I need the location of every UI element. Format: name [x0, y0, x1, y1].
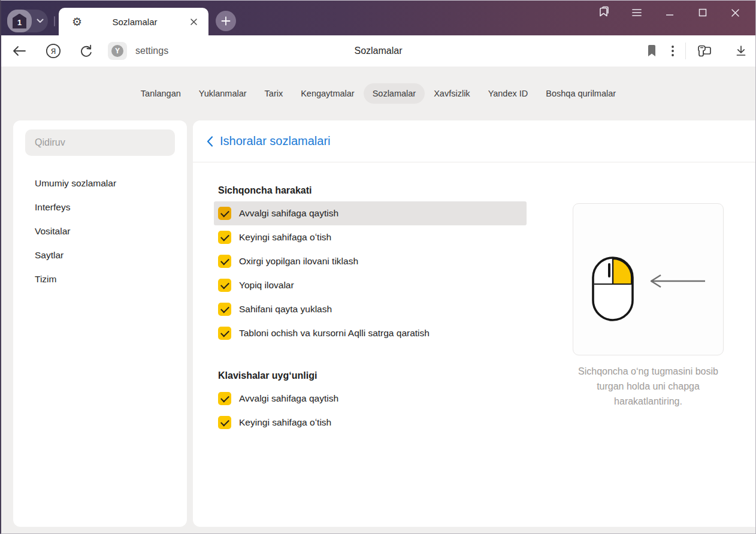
gesture-illustration-card — [573, 203, 724, 355]
checkbox-row[interactable]: Sahifani qayta yuklash — [214, 297, 527, 321]
checkbox[interactable] — [218, 392, 231, 405]
collections-tag-icon — [697, 44, 712, 58]
tab-counter-badge[interactable]: 1 — [7, 10, 32, 32]
body-row: Umumiy sozlamalarInterfeysVositalarSaytl… — [1, 120, 755, 527]
sidebar-item[interactable]: Saytlar — [25, 243, 175, 267]
plus-icon — [221, 16, 231, 26]
checkbox-label: Keyingi sahifaga oʻtish — [239, 417, 331, 428]
svg-text:Я: Я — [50, 47, 56, 56]
section-title: Sichqoncha harakati — [218, 185, 537, 196]
maximize-button[interactable] — [686, 1, 719, 25]
sidebar-item[interactable]: Interfeys — [25, 195, 175, 219]
left-arrow-icon — [649, 273, 706, 289]
mouse-gesture-icon — [585, 254, 640, 325]
checkbox-label: Keyingi sahifaga oʻtish — [239, 232, 331, 243]
settings-sections: Sichqoncha harakatiAvvalgi sahifaga qayt… — [214, 185, 537, 527]
checkbox[interactable] — [218, 255, 231, 268]
downloads-button[interactable] — [735, 45, 747, 57]
checkbox-label: Tabloni ochish va kursorni Aqlli satrga … — [239, 328, 430, 339]
minimize-button[interactable] — [653, 1, 686, 25]
back-button[interactable] — [12, 46, 26, 56]
page-actions-menu-button[interactable] — [671, 45, 675, 57]
maximize-icon — [698, 8, 707, 17]
checkbox[interactable] — [218, 279, 231, 292]
tab-counter-button[interactable]: 1 — [7, 10, 48, 32]
main-body: Sichqoncha harakatiAvvalgi sahifaga qayt… — [193, 162, 755, 527]
extensions-button[interactable] — [697, 44, 712, 58]
tabstrip-divider — [54, 16, 55, 26]
tab-close-button[interactable] — [188, 16, 200, 28]
bookmark-button[interactable] — [647, 45, 657, 57]
gesture-caption: Sichqoncha oʻng tugmasini bosib turgan h… — [573, 364, 724, 409]
address-bar-text[interactable]: settings — [135, 46, 168, 56]
checkbox-row[interactable]: Yopiq ilovalar — [214, 273, 527, 297]
menu-icon — [631, 8, 642, 17]
checkbox-label: Oxirgi yopilgan ilovani tiklash — [239, 256, 358, 267]
browser-menu-button[interactable] — [620, 1, 653, 25]
section-page-title: Ishoralar sozlamalari — [220, 134, 331, 148]
close-icon — [190, 18, 198, 26]
settings-section: Sichqoncha harakatiAvvalgi sahifaga qayt… — [214, 185, 537, 345]
toolbar: Я Y settings Sozlamalar — [1, 35, 755, 67]
checkbox-row[interactable]: Keyingi sahifaga oʻtish — [214, 225, 527, 249]
checkbox-row[interactable]: Avvalgi sahifaga qaytish — [214, 201, 527, 225]
sidebar-item[interactable]: Tizim — [25, 267, 175, 291]
browser-tab[interactable]: ⚙ Sozlamalar — [59, 8, 208, 35]
nav-tab[interactable]: Yuklanmalar — [190, 83, 256, 104]
checkbox-row[interactable]: Keyingi sahifaga oʻtish — [214, 411, 527, 435]
sidebar-items: Umumiy sozlamalarInterfeysVositalarSaytl… — [25, 171, 175, 291]
checkbox[interactable] — [218, 327, 231, 340]
checkbox[interactable] — [218, 207, 231, 220]
settings-section: Klavishalar uygʻunligiAvvalgi sahifaga q… — [214, 370, 537, 435]
sidebar-item[interactable]: Vositalar — [25, 219, 175, 243]
main-panel: Ishoralar sozlamalari Sichqoncha harakat… — [193, 120, 755, 527]
yandex-home-button[interactable]: Я — [46, 43, 61, 59]
window-controls — [587, 1, 752, 25]
checkbox-row[interactable]: Tabloni ochish va kursorni Aqlli satrga … — [214, 321, 527, 345]
nav-tab[interactable]: Sozlamalar — [364, 83, 425, 104]
checkbox[interactable] — [218, 231, 231, 244]
toolbar-right-group — [647, 43, 747, 59]
settings-gear-icon: ⚙ — [72, 16, 82, 28]
tab-list-dropdown[interactable] — [32, 19, 48, 23]
close-window-button[interactable] — [719, 1, 752, 25]
browser-window: 1 ⚙ Sozlamalar — [0, 0, 756, 534]
checkbox-label: Yopiq ilovalar — [239, 280, 294, 291]
minimize-icon — [666, 8, 674, 17]
gesture-illustration-column: Sichqoncha oʻng tugmasini bosib turgan h… — [573, 203, 724, 527]
toolbar-divider — [685, 43, 686, 59]
back-header[interactable]: Ishoralar sozlamalari — [193, 120, 755, 162]
nav-tab[interactable]: Boshqa qurilmalar — [537, 83, 625, 104]
nav-tab[interactable]: Tanlangan — [132, 83, 190, 104]
checkbox-row[interactable]: Avvalgi sahifaga qaytish — [214, 387, 527, 411]
sidebar-item[interactable]: Umumiy sozlamalar — [25, 171, 175, 195]
nav-tab[interactable]: Yandex ID — [479, 83, 537, 104]
nav-tab[interactable]: Tarix — [256, 83, 292, 104]
checkbox[interactable] — [218, 416, 231, 429]
back-arrow-icon — [12, 46, 26, 56]
checkbox-row[interactable]: Oxirgi yopilgan ilovani tiklash — [214, 249, 527, 273]
nav-tabs: TanlanganYuklanmalarTarixKengaytmalarSoz… — [1, 67, 755, 120]
checkbox-label: Avvalgi sahifaga qaytish — [239, 393, 338, 404]
chevron-down-icon — [37, 19, 44, 23]
yandex-logo-icon: Я — [46, 43, 61, 59]
tab-count-shield-icon: 1 — [13, 14, 26, 29]
side-panel-button[interactable] — [587, 1, 620, 25]
nav-tab[interactable]: Xavfsizlik — [425, 83, 479, 104]
nav-tab[interactable]: Kengaytmalar — [292, 83, 363, 104]
kebab-menu-icon — [671, 45, 675, 57]
search-input[interactable] — [25, 129, 175, 156]
checkbox[interactable] — [218, 303, 231, 316]
bookmark-icon — [647, 45, 657, 57]
chevron-left-icon — [207, 136, 213, 147]
new-tab-button[interactable] — [216, 11, 236, 31]
download-icon — [735, 45, 747, 57]
protect-button[interactable]: Y — [108, 42, 127, 60]
section-title: Klavishalar uygʻunligi — [218, 370, 537, 381]
refresh-button[interactable] — [79, 44, 93, 58]
refresh-icon — [79, 44, 93, 58]
protect-y-icon: Y — [111, 45, 123, 57]
close-icon — [731, 8, 740, 17]
titlebar: 1 ⚙ Sozlamalar — [1, 1, 755, 35]
panels-bookmark-icon — [597, 6, 610, 19]
